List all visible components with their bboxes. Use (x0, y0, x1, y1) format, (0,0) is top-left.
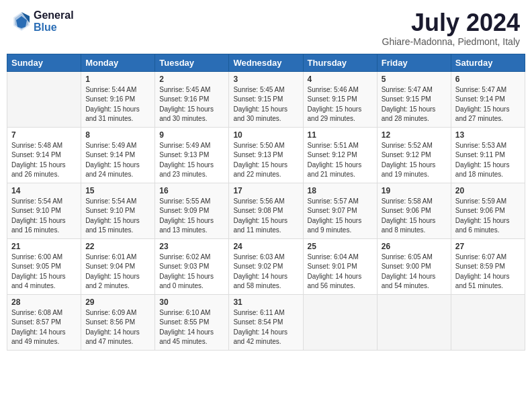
daylight-hours: Daylight: 15 hours and 28 minutes. (382, 105, 436, 123)
calendar-cell: 29 Sunrise: 6:09 AM Sunset: 8:56 PM Dayl… (81, 294, 155, 350)
day-number: 3 (233, 75, 298, 84)
sunrise-time: Sunrise: 6:02 AM (159, 253, 210, 261)
day-number: 10 (233, 130, 298, 140)
sunset-time: Sunset: 8:59 PM (455, 263, 505, 270)
day-number: 31 (233, 298, 298, 307)
sunset-time: Sunset: 9:07 PM (308, 207, 357, 214)
day-info: Sunrise: 5:54 AM Sunset: 9:10 PM Dayligh… (85, 197, 150, 236)
day-number: 22 (85, 242, 150, 251)
calendar-cell: 13 Sunrise: 5:53 AM Sunset: 9:11 PM Dayl… (451, 127, 525, 183)
calendar-week-row: 1 Sunrise: 5:44 AM Sunset: 9:16 PM Dayli… (7, 71, 525, 127)
sunset-time: Sunset: 9:11 PM (455, 151, 505, 158)
calendar-cell: 17 Sunrise: 5:56 AM Sunset: 9:08 PM Dayl… (229, 183, 303, 238)
daylight-hours: Daylight: 15 hours and 16 minutes. (11, 217, 66, 234)
calendar-cell: 6 Sunrise: 5:47 AM Sunset: 9:14 PM Dayli… (451, 71, 525, 127)
sunrise-time: Sunrise: 5:49 AM (159, 142, 210, 149)
calendar-cell: 24 Sunrise: 6:03 AM Sunset: 9:02 PM Dayl… (229, 238, 303, 294)
day-number: 1 (85, 75, 150, 84)
daylight-hours: Daylight: 15 hours and 19 minutes. (382, 161, 436, 179)
calendar-cell: 5 Sunrise: 5:47 AM Sunset: 9:15 PM Dayli… (377, 71, 451, 127)
calendar-cell: 9 Sunrise: 5:49 AM Sunset: 9:13 PM Dayli… (155, 127, 229, 183)
day-number: 2 (159, 75, 224, 84)
calendar-cell: 12 Sunrise: 5:52 AM Sunset: 9:12 PM Dayl… (377, 127, 451, 183)
sunrise-time: Sunrise: 6:03 AM (233, 253, 284, 261)
sunset-time: Sunset: 9:02 PM (233, 263, 283, 270)
logo-blue: Blue (34, 21, 74, 34)
day-info: Sunrise: 5:59 AM Sunset: 9:06 PM Dayligh… (455, 197, 521, 236)
day-number: 20 (455, 186, 521, 195)
calendar-day-header: Saturday (451, 54, 525, 71)
calendar-cell: 14 Sunrise: 5:54 AM Sunset: 9:10 PM Dayl… (7, 183, 81, 238)
calendar-week-row: 21 Sunrise: 6:00 AM Sunset: 9:05 PM Dayl… (7, 238, 525, 294)
calendar-week-row: 28 Sunrise: 6:08 AM Sunset: 8:57 PM Dayl… (7, 294, 525, 350)
sunrise-time: Sunrise: 5:47 AM (382, 86, 433, 93)
day-info: Sunrise: 6:08 AM Sunset: 8:57 PM Dayligh… (11, 308, 77, 347)
sunrise-time: Sunrise: 5:54 AM (85, 197, 136, 205)
calendar-cell: 11 Sunrise: 5:51 AM Sunset: 9:12 PM Dayl… (303, 127, 377, 183)
day-info: Sunrise: 6:00 AM Sunset: 9:05 PM Dayligh… (11, 253, 77, 291)
header: General Blue July 2024 Ghiare-Madonna, P… (7, 7, 525, 50)
daylight-hours: Daylight: 15 hours and 22 minutes. (233, 161, 287, 179)
day-number: 17 (233, 186, 298, 195)
daylight-hours: Daylight: 15 hours and 13 minutes. (159, 217, 214, 234)
sunset-time: Sunset: 9:06 PM (455, 207, 505, 214)
daylight-hours: Daylight: 14 hours and 51 minutes. (455, 273, 510, 290)
calendar-cell: 3 Sunrise: 5:45 AM Sunset: 9:15 PM Dayli… (229, 71, 303, 127)
sunrise-time: Sunrise: 5:44 AM (85, 86, 136, 93)
calendar-day-header: Monday (81, 54, 155, 71)
sunrise-time: Sunrise: 5:59 AM (455, 197, 506, 205)
calendar-cell: 27 Sunrise: 6:07 AM Sunset: 8:59 PM Dayl… (451, 238, 525, 294)
sunset-time: Sunset: 9:13 PM (233, 151, 283, 158)
sunset-time: Sunset: 8:55 PM (159, 318, 209, 326)
daylight-hours: Daylight: 14 hours and 58 minutes. (233, 273, 287, 290)
sunrise-time: Sunrise: 5:51 AM (308, 142, 359, 149)
sunrise-time: Sunrise: 5:48 AM (11, 142, 62, 149)
calendar-table: SundayMondayTuesdayWednesdayThursdayFrid… (7, 54, 525, 351)
sunset-time: Sunset: 9:14 PM (455, 95, 505, 103)
logo: General Blue (12, 9, 74, 33)
day-number: 19 (382, 186, 447, 195)
sunrise-time: Sunrise: 5:52 AM (382, 142, 433, 149)
page-container: General Blue July 2024 Ghiare-Madonna, P… (7, 7, 525, 351)
sunset-time: Sunset: 9:01 PM (308, 263, 357, 270)
day-info: Sunrise: 5:47 AM Sunset: 9:14 PM Dayligh… (455, 85, 521, 124)
calendar-cell: 19 Sunrise: 5:58 AM Sunset: 9:06 PM Dayl… (377, 183, 451, 238)
calendar-cell: 30 Sunrise: 6:10 AM Sunset: 8:55 PM Dayl… (155, 294, 229, 350)
day-number: 25 (308, 242, 373, 251)
calendar-cell: 22 Sunrise: 6:01 AM Sunset: 9:04 PM Dayl… (81, 238, 155, 294)
day-info: Sunrise: 5:53 AM Sunset: 9:11 PM Dayligh… (455, 141, 521, 180)
sunrise-time: Sunrise: 5:54 AM (11, 197, 62, 205)
day-number: 27 (455, 242, 521, 251)
calendar-cell: 31 Sunrise: 6:11 AM Sunset: 8:54 PM Dayl… (229, 294, 303, 350)
calendar-week-row: 14 Sunrise: 5:54 AM Sunset: 9:10 PM Dayl… (7, 183, 525, 238)
daylight-hours: Daylight: 15 hours and 4 minutes. (11, 273, 66, 290)
sunrise-time: Sunrise: 5:47 AM (455, 86, 506, 93)
sunset-time: Sunset: 9:10 PM (85, 207, 135, 214)
daylight-hours: Daylight: 15 hours and 31 minutes. (85, 105, 140, 123)
calendar-cell: 4 Sunrise: 5:46 AM Sunset: 9:15 PM Dayli… (303, 71, 377, 127)
sunset-time: Sunset: 9:03 PM (159, 263, 209, 270)
day-number: 28 (11, 298, 77, 307)
daylight-hours: Daylight: 15 hours and 21 minutes. (308, 161, 362, 179)
day-number: 15 (85, 186, 150, 195)
daylight-hours: Daylight: 15 hours and 6 minutes. (455, 217, 510, 234)
sunrise-time: Sunrise: 6:11 AM (233, 309, 284, 316)
sunset-time: Sunset: 9:13 PM (159, 151, 209, 158)
calendar-cell: 2 Sunrise: 5:45 AM Sunset: 9:16 PM Dayli… (155, 71, 229, 127)
day-number: 23 (159, 242, 224, 251)
calendar-day-header: Thursday (303, 54, 377, 71)
calendar-cell (303, 294, 377, 350)
sunset-time: Sunset: 9:14 PM (11, 151, 61, 158)
sunrise-time: Sunrise: 5:57 AM (308, 197, 359, 205)
day-number: 21 (11, 242, 77, 251)
calendar-cell (451, 294, 525, 350)
daylight-hours: Daylight: 15 hours and 9 minutes. (308, 217, 362, 234)
daylight-hours: Daylight: 15 hours and 30 minutes. (233, 105, 287, 123)
sunset-time: Sunset: 8:57 PM (11, 318, 61, 326)
calendar-cell: 28 Sunrise: 6:08 AM Sunset: 8:57 PM Dayl… (7, 294, 81, 350)
logo-icon (12, 11, 31, 32)
sunrise-time: Sunrise: 5:56 AM (233, 197, 284, 205)
sunset-time: Sunset: 9:04 PM (85, 263, 135, 270)
daylight-hours: Daylight: 15 hours and 0 minutes. (159, 273, 214, 290)
day-number: 6 (455, 75, 521, 84)
